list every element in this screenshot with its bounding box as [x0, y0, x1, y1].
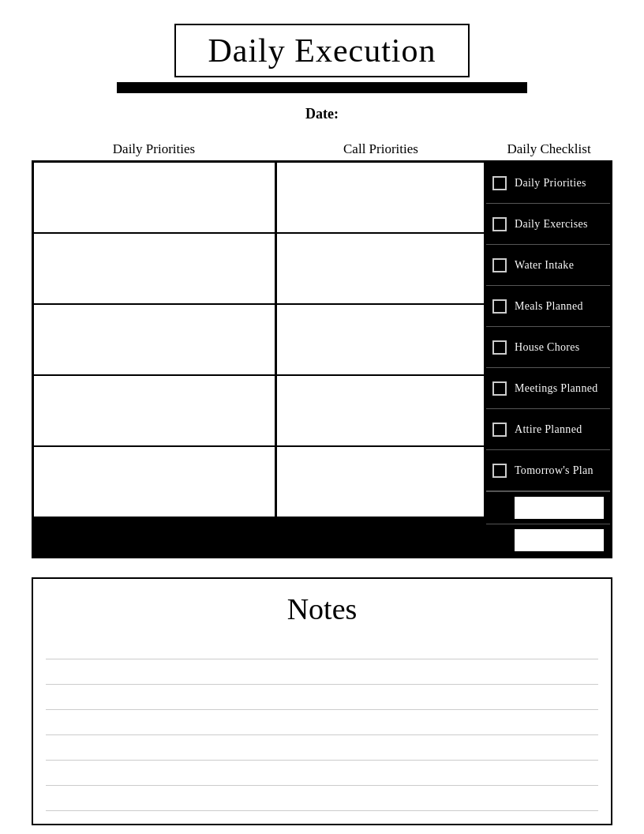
- checklist-item-3[interactable]: Meals Planned: [486, 286, 610, 327]
- daily-priorities-header: Daily Priorities: [32, 141, 276, 157]
- notes-lines: [46, 634, 598, 811]
- checklist-label-6: Attire Planned: [515, 423, 582, 436]
- priority-cell-5[interactable]: [34, 447, 275, 517]
- checklist-checkbox-2[interactable]: [492, 258, 507, 272]
- notes-line-5[interactable]: [46, 735, 598, 761]
- checklist-blank-2[interactable]: [486, 524, 610, 556]
- columns-header: Daily Priorities Call Priorities Daily C…: [32, 141, 612, 157]
- checklist-column: Daily Priorities Daily Exercises Water I…: [486, 163, 610, 556]
- checklist-checkbox-4[interactable]: [492, 340, 507, 355]
- call-cell-4[interactable]: [277, 376, 484, 445]
- checklist-checkbox-1[interactable]: [492, 217, 507, 231]
- checklist-item-1[interactable]: Daily Exercises: [486, 204, 610, 245]
- daily-checklist-header: Daily Checklist: [485, 141, 612, 157]
- notes-line-4[interactable]: [46, 710, 598, 735]
- page-title: Daily Execution: [208, 32, 436, 69]
- priority-cell-4[interactable]: [34, 376, 275, 445]
- notes-title: Notes: [46, 592, 598, 626]
- checklist-checkbox-5[interactable]: [492, 381, 507, 396]
- checklist-item-0[interactable]: Daily Priorities: [486, 163, 610, 204]
- checklist-checkbox-3[interactable]: [492, 299, 507, 314]
- call-cell-3[interactable]: [277, 305, 484, 374]
- notes-line-3[interactable]: [46, 685, 598, 710]
- date-label: Date:: [32, 106, 612, 122]
- checklist-label-5: Meetings Planned: [515, 382, 598, 395]
- checklist-label-1: Daily Exercises: [515, 218, 588, 231]
- call-cell-2[interactable]: [277, 234, 484, 303]
- checklist-item-2[interactable]: Water Intake: [486, 245, 610, 286]
- call-priorities-header: Call Priorities: [276, 141, 485, 157]
- checklist-blank-box-1[interactable]: [515, 497, 604, 519]
- call-priorities-column: [277, 163, 484, 556]
- title-section: Daily Execution: [32, 24, 612, 93]
- notes-line-1[interactable]: [46, 634, 598, 659]
- call-cell-5[interactable]: [277, 447, 484, 517]
- checklist-checkbox-0[interactable]: [492, 176, 507, 190]
- checklist-checkbox-7[interactable]: [492, 464, 507, 478]
- checklist-item-6[interactable]: Attire Planned: [486, 409, 610, 450]
- checklist-blank-box-2[interactable]: [515, 529, 604, 551]
- checklist-label-0: Daily Priorities: [515, 177, 586, 190]
- checklist-item-4[interactable]: House Chores: [486, 327, 610, 368]
- checklist-label-3: Meals Planned: [515, 300, 583, 313]
- call-cell-1[interactable]: [277, 163, 484, 232]
- checklist-checkbox-6[interactable]: [492, 423, 507, 437]
- notes-line-7[interactable]: [46, 786, 598, 811]
- notes-line-2[interactable]: [46, 659, 598, 685]
- priority-cell-1[interactable]: [34, 163, 275, 232]
- checklist-label-4: House Chores: [515, 341, 580, 354]
- priority-cell-2[interactable]: [34, 234, 275, 303]
- title-underline: [117, 82, 527, 93]
- checklist-label-2: Water Intake: [515, 259, 574, 272]
- checklist-blank-1[interactable]: [486, 491, 610, 524]
- daily-priorities-column: [34, 163, 275, 556]
- title-box: Daily Execution: [174, 24, 469, 77]
- notes-section: Notes: [32, 577, 612, 825]
- main-grid: Daily Priorities Daily Exercises Water I…: [32, 160, 612, 558]
- priority-cell-3[interactable]: [34, 305, 275, 374]
- checklist-item-5[interactable]: Meetings Planned: [486, 368, 610, 409]
- checklist-label-7: Tomorrow's Plan: [515, 464, 593, 477]
- notes-line-6[interactable]: [46, 761, 598, 786]
- checklist-item-7[interactable]: Tomorrow's Plan: [486, 450, 610, 491]
